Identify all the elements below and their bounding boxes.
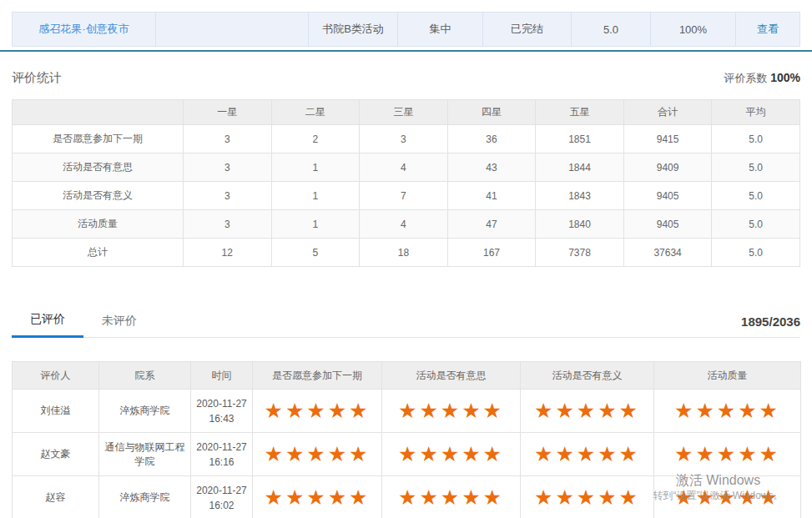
- table-row: 赵容 淬炼商学院 2020-11-27 16:02 ★★★★★ ★★★★★ ★★…: [13, 476, 801, 518]
- activity-mode: 集中: [397, 13, 482, 46]
- stats-cell: 1851: [536, 125, 624, 153]
- review-col-meaningful: 活动是否有意义: [521, 362, 654, 390]
- stats-col-4star: 四星: [447, 100, 536, 125]
- coef-label: 评价系数: [724, 72, 768, 84]
- stats-col-5star: 五星: [536, 100, 624, 125]
- review-col-next: 是否愿意参加下一期: [253, 362, 382, 390]
- stats-row-label: 总计: [13, 239, 184, 267]
- stats-cell: 5.0: [712, 210, 800, 239]
- stats-col-avg: 平均: [712, 100, 800, 125]
- tab-not-evaluated[interactable]: 未评价: [83, 307, 155, 337]
- activity-empty-cell: [155, 13, 308, 46]
- stats-cell: 2: [271, 125, 360, 153]
- coef-value: 100%: [770, 71, 800, 84]
- review-col-person: 评价人: [13, 362, 99, 390]
- stats-row-label: 是否愿意参加下一期: [13, 125, 184, 153]
- stats-cell: 4: [360, 153, 448, 182]
- star-rating: ★★★★★: [253, 476, 382, 518]
- review-col-interesting: 活动是否有意思: [382, 362, 521, 390]
- stats-col-2star: 二星: [271, 100, 360, 125]
- table-row: 赵文豪 通信与物联网工程学院 2020-11-27 16:16 ★★★★★ ★★…: [13, 433, 801, 476]
- activity-title-link[interactable]: 感召花果·创意夜市: [13, 13, 155, 46]
- review-time: 2020-11-27 16:43: [191, 390, 253, 433]
- review-col-college: 院系: [99, 362, 191, 390]
- stats-cell: 41: [447, 182, 536, 210]
- stats-cell: 1: [271, 182, 360, 210]
- stats-header-row: 一星 二星 三星 四星 五星 合计 平均: [13, 100, 800, 125]
- star-rating: ★★★★★: [654, 390, 801, 433]
- activity-summary-row: 感召花果·创意夜市 书院B类活动 集中 已完结 5.0 100% 查看: [12, 12, 800, 47]
- stats-table: 一星 二星 三星 四星 五星 合计 平均 是否愿意参加下一期 3 2 3 36 …: [12, 99, 800, 267]
- stats-cell: 1840: [536, 210, 624, 239]
- review-table: 评价人 院系 时间 是否愿意参加下一期 活动是否有意思 活动是否有意义 活动质量…: [12, 361, 801, 518]
- stats-cell: 1: [271, 210, 360, 239]
- stats-cell: 1844: [536, 153, 624, 182]
- stats-cell: 18: [360, 239, 448, 267]
- stats-cell: 1: [271, 153, 360, 182]
- activity-category: 书院B类活动: [308, 13, 397, 46]
- stats-cell: 5.0: [712, 239, 800, 267]
- stats-cell: 9405: [623, 210, 712, 239]
- stats-cell: 5.0: [712, 125, 800, 153]
- reviewer-name: 赵文豪: [13, 433, 99, 476]
- stats-heading: 评价统计: [12, 70, 62, 86]
- review-col-quality: 活动质量: [654, 362, 801, 390]
- stats-cell: 3: [184, 125, 272, 153]
- activity-percent: 100%: [650, 13, 735, 46]
- stats-cell: 3: [184, 210, 272, 239]
- view-link[interactable]: 查看: [735, 13, 799, 46]
- stats-col-1star: 一星: [184, 100, 272, 125]
- stats-cell: 4: [360, 210, 448, 239]
- review-tabs-bar: 已评价 未评价 1895/2036: [12, 305, 800, 338]
- stats-cell: 7378: [536, 239, 624, 267]
- stats-cell: 37634: [623, 239, 712, 267]
- review-time: 2020-11-27 16:16: [191, 433, 253, 476]
- reviewer-college: 淬炼商学院: [99, 390, 191, 433]
- star-rating: ★★★★★: [654, 476, 801, 518]
- stats-cell: 167: [447, 239, 536, 267]
- stats-cell: 36: [447, 125, 536, 153]
- star-rating: ★★★★★: [382, 476, 521, 518]
- star-rating: ★★★★★: [382, 433, 521, 476]
- reviewer-name: 刘佳溢: [13, 390, 99, 433]
- stats-cell: 5.0: [712, 153, 800, 182]
- stats-cell: 9409: [623, 153, 712, 182]
- stats-cell: 1843: [536, 182, 624, 210]
- section-divider: [0, 50, 812, 52]
- stats-col-blank: [13, 100, 184, 125]
- stats-cell: 3: [184, 153, 272, 182]
- star-rating: ★★★★★: [253, 433, 382, 476]
- stats-row-label: 活动是否有意义: [13, 182, 184, 210]
- star-rating: ★★★★★: [382, 390, 521, 433]
- review-time: 2020-11-27 16:02: [191, 476, 253, 518]
- stats-col-3star: 三星: [360, 100, 448, 125]
- stats-cell: 3: [360, 125, 448, 153]
- stats-cell: 9405: [623, 182, 712, 210]
- stats-cell: 12: [184, 239, 272, 267]
- evaluated-count: 1895/2036: [741, 314, 800, 329]
- activity-status: 已完结: [482, 13, 571, 46]
- stats-cell: 7: [360, 182, 448, 210]
- stats-cell: 9415: [623, 125, 712, 153]
- coef-wrap: 评价系数 100%: [724, 71, 800, 86]
- table-row: 活动是否有意思 3 1 4 43 1844 9409 5.0: [13, 153, 800, 182]
- star-rating: ★★★★★: [521, 433, 654, 476]
- star-rating: ★★★★★: [253, 390, 382, 433]
- table-row: 活动质量 3 1 4 47 1840 9405 5.0: [13, 210, 800, 239]
- reviewer-college: 淬炼商学院: [99, 476, 191, 518]
- reviewer-name: 赵容: [13, 476, 99, 518]
- table-row: 是否愿意参加下一期 3 2 3 36 1851 9415 5.0: [13, 125, 800, 153]
- reviewer-college: 通信与物联网工程学院: [99, 433, 191, 476]
- star-rating: ★★★★★: [521, 476, 654, 518]
- review-col-time: 时间: [191, 362, 253, 390]
- stats-cell: 3: [184, 182, 272, 210]
- stats-cell: 5: [271, 239, 360, 267]
- tab-evaluated[interactable]: 已评价: [12, 305, 83, 338]
- table-row: 总计 12 5 18 167 7378 37634 5.0: [13, 239, 800, 267]
- star-rating: ★★★★★: [521, 390, 654, 433]
- table-row: 刘佳溢 淬炼商学院 2020-11-27 16:43 ★★★★★ ★★★★★ ★…: [13, 390, 801, 433]
- review-header-row: 评价人 院系 时间 是否愿意参加下一期 活动是否有意思 活动是否有意义 活动质量: [13, 362, 801, 390]
- star-rating: ★★★★★: [654, 433, 801, 476]
- stats-cell: 47: [447, 210, 536, 239]
- stats-cell: 5.0: [712, 182, 800, 210]
